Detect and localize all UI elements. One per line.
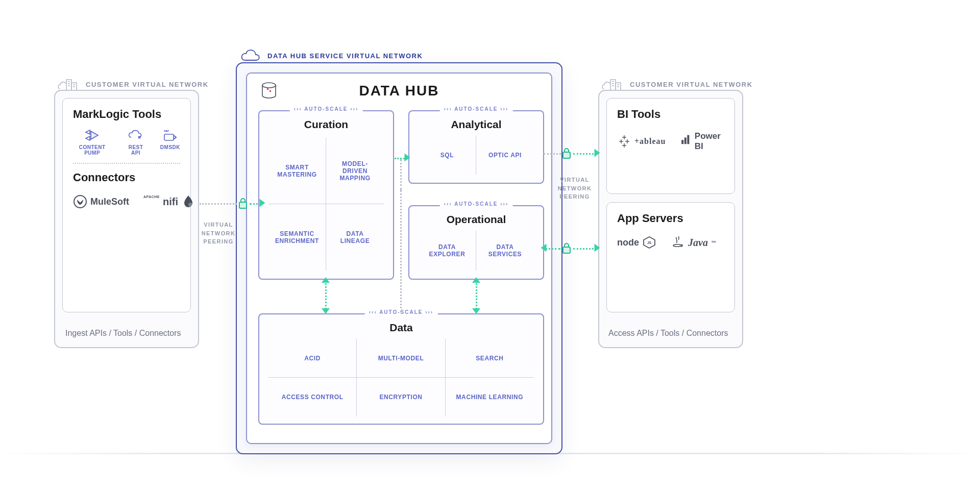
app-servers-row: node JS Java™ — [617, 232, 724, 250]
brand-node: node JS — [617, 235, 656, 250]
curation-cell: DATA LINEAGE — [326, 204, 384, 271]
svg-rect-7 — [164, 134, 174, 140]
curation-cell: SEMANTIC ENRICHMENT — [268, 204, 326, 271]
operational-cell: DATA SERVICES — [476, 231, 534, 271]
svg-rect-29 — [684, 137, 687, 144]
data-hub-box: DATA HUB AUTO-SCALE Curation SMART MASTE… — [246, 72, 552, 444]
flow-right-top-gray1 — [544, 153, 561, 155]
brand-tableau: +ableau — [617, 134, 666, 149]
mulesoft-icon — [73, 194, 87, 209]
arrow-up-icon — [472, 277, 480, 283]
app-servers-title: App Servers — [617, 212, 724, 225]
analytical-cell: OPTIC API — [476, 136, 534, 175]
left-caption: Ingest APIs / Tools / Connectors — [65, 329, 181, 338]
curation-cell: MODEL-DRIVEN MAPPING — [326, 138, 384, 204]
analytical-box: AUTO-SCALE Analytical SQL OPTIC API — [408, 110, 544, 184]
operational-box: AUTO-SCALE Operational DATA EXPLORER DAT… — [408, 205, 544, 280]
tool-rest-api: REST API — [125, 128, 147, 156]
tools-row: CONTENT PUMP REST API — [73, 128, 180, 156]
network-label-right: CUSTOMER VIRTUAL NETWORK — [630, 81, 753, 88]
analytical-grid: SQL OPTIC API — [419, 136, 534, 175]
flow-right-bot-teal-r — [573, 248, 597, 250]
network-label-center: DATA HUB SERVICE VIRTUAL NETWORK — [267, 52, 423, 60]
peering-label-right: VIRTUAL NETWORK PEERING — [554, 176, 596, 201]
tableau-icon — [617, 134, 631, 149]
rest-api-icon — [127, 128, 144, 142]
data-cell: MACHINE LEARNING — [446, 378, 534, 416]
tool-dmsdk: DMSDK — [160, 128, 180, 150]
right-caption: Access APIs / Tools / Connectors — [608, 329, 728, 338]
brand-mulesoft: MuleSoft — [73, 194, 129, 209]
arrow-right-icon — [595, 149, 600, 157]
data-cell: ACID — [268, 339, 357, 378]
left-network-frame: MarkLogic Tools CONTENT PUMP REST API — [54, 90, 199, 348]
autoscale-label: AUTO-SCALE — [290, 106, 363, 112]
brand-nifi: APACHE nifi — [143, 194, 195, 209]
brand-name: +ableau — [634, 137, 666, 146]
curation-cell: SMART MASTERING — [268, 138, 326, 204]
operational-title: Operational — [409, 213, 543, 226]
app-servers-panel: App Servers node JS — [606, 202, 735, 312]
arrow-down-icon — [472, 308, 480, 314]
brand-name: nifi — [163, 196, 178, 208]
node-icon: JS — [642, 235, 656, 250]
lock-icon — [238, 197, 248, 209]
network-label-left: CUSTOMER VIRTUAL NETWORK — [86, 81, 209, 88]
svg-point-8 — [74, 195, 86, 208]
powerbi-icon — [680, 134, 691, 149]
curation-grid: SMART MASTERING MODEL-DRIVEN MAPPING SEM… — [268, 138, 384, 271]
data-title: Data — [259, 322, 543, 334]
data-cell: MULTI-MODEL — [357, 339, 445, 378]
arrow-left-icon — [541, 244, 547, 252]
bi-tools-row: +ableau Power BI — [617, 128, 724, 152]
svg-rect-28 — [682, 140, 684, 144]
arrow-right-icon — [405, 154, 410, 162]
curation-box: AUTO-SCALE Curation SMART MASTERING MODE… — [258, 110, 394, 280]
panel-divider — [73, 163, 180, 164]
svg-point-33 — [673, 244, 681, 247]
marklogic-tools-title: MarkLogic Tools — [73, 108, 180, 121]
java-icon — [671, 235, 685, 250]
tool-label: CONTENT PUMP — [73, 144, 111, 156]
content-pump-icon — [84, 128, 101, 142]
brand-name: node — [617, 237, 639, 248]
nifi-icon — [181, 194, 195, 209]
brand-name: MuleSoft — [90, 197, 129, 207]
svg-point-9 — [188, 203, 192, 207]
brand-superscript: APACHE — [143, 195, 160, 199]
svg-text:JS: JS — [647, 241, 652, 244]
data-cell: ENCRYPTION — [357, 378, 445, 416]
tool-content-pump: CONTENT PUMP — [73, 128, 111, 156]
bi-tools-panel: BI Tools +ableau — [606, 98, 735, 194]
center-network-frame: DATA HUB AUTO-SCALE Curation SMART MASTE… — [236, 62, 562, 454]
data-grid: ACID MULTI-MODEL SEARCH ACCESS CONTROL E… — [268, 339, 534, 416]
autoscale-label: AUTO-SCALE — [440, 106, 513, 112]
hub-title: DATA HUB — [359, 83, 439, 99]
data-box: AUTO-SCALE Data ACID MULTI-MODEL SEARCH … — [258, 313, 544, 425]
flow-vert-gray — [400, 159, 402, 190]
flow-curation-data — [325, 280, 327, 312]
svg-rect-30 — [688, 135, 690, 144]
analytical-title: Analytical — [409, 118, 543, 131]
arrow-up-icon — [322, 277, 330, 283]
flow-vert-gray2 — [400, 190, 402, 312]
svg-rect-34 — [239, 202, 247, 208]
lock-icon — [561, 147, 572, 159]
right-network-frame: BI Tools +ableau — [598, 90, 743, 348]
hub-title-row: DATA HUB — [247, 83, 551, 99]
brand-name: Power BI — [695, 131, 724, 152]
arrow-right-icon — [595, 244, 600, 252]
dmsdk-icon — [161, 128, 179, 142]
brand-powerbi: Power BI — [680, 131, 724, 152]
curation-title: Curation — [259, 118, 393, 131]
connectors-title: Connectors — [73, 171, 180, 184]
operational-cell: DATA EXPLORER — [419, 231, 476, 271]
lock-icon — [561, 242, 572, 254]
tool-label: DMSDK — [160, 144, 180, 150]
brand-java: Java™ — [671, 235, 716, 250]
flow-right-bot-teal-l — [545, 248, 560, 250]
autoscale-label: AUTO-SCALE — [440, 201, 513, 207]
flow-operational-data — [476, 280, 477, 312]
peering-label-left: VIRTUAL NETWORK PEERING — [200, 220, 237, 246]
trademark: ™ — [711, 240, 716, 245]
